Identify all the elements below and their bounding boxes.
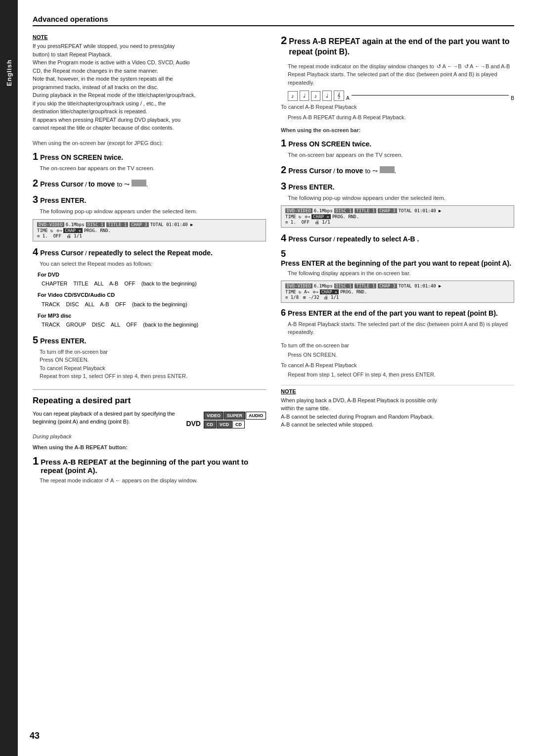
on-screen-intro: When using the on-screen bar (except for…	[33, 139, 266, 147]
r-osd-disc: DISC 1	[334, 208, 354, 213]
modes-vcd-label: For Video CD/SVCD/Audio CD	[38, 290, 266, 300]
r-osd2-title: TITLE 1	[355, 284, 376, 288]
r-osd2-time: TIME ↻ A→	[285, 289, 310, 294]
ab-step-1-title: Press A-B REPEAT at the beginning of the…	[41, 458, 266, 474]
r-step-5: 5 Press ENTER at the beginning of the pa…	[281, 249, 514, 303]
modes-mp3-values: TRACK GROUP DISC ALL OFF (back to the be…	[42, 320, 266, 330]
r-step-1-number: 1	[281, 138, 286, 149]
r-osd-display-1: DVD-VIDEO 6.1Mbps DISC 1 TITLE 1 CHAP 3 …	[281, 205, 514, 228]
step-5-sub1: To turn off the on-screen bar Press ON S…	[40, 348, 266, 380]
step-1-body: The on-screen bar appears on the TV scre…	[40, 164, 266, 173]
right-h2-title: Press A-B REPEAT again at the end of the…	[289, 37, 514, 57]
osd-off: OFF	[53, 234, 61, 238]
badge-audio: AUDIO	[246, 412, 266, 420]
step-5-number: 5	[33, 334, 38, 346]
r-step-2: 2 Press Cursor / to move to ⤳ .	[281, 164, 514, 176]
step-3-number: 3	[33, 194, 38, 205]
r-osd-display-2: DVD-VIDEO 6.1Mbps DISC 1 TITLE 1 CHAP 3 …	[281, 281, 514, 303]
off-screen-1: To turn off the on-screen bar	[281, 341, 514, 350]
r-step-5-body: The following display appears in the on-…	[288, 269, 514, 278]
right-h2-step: 2 Press A-B REPEAT again at the end of t…	[281, 34, 514, 121]
repeat-sym: ↺ A ←→B	[437, 63, 463, 69]
cancel-ab2-body: Repeat from step 1, select OFF in step 4…	[288, 371, 514, 379]
icon-music: ♪	[288, 91, 298, 101]
osd-mbps: 6.1Mbps	[66, 222, 85, 227]
osd-chap: CHAP 3	[130, 222, 149, 227]
r-step-3-title: Press ENTER.	[288, 183, 334, 191]
r-osd-prog-rnd: PROG. RND.	[332, 214, 359, 219]
r-step-6: 6 Press ENTER at the end of the part you…	[281, 308, 514, 336]
r-step-1: 1 Press ON SCREEN twice. The on-screen b…	[281, 138, 514, 159]
badge-cd-2: CD	[232, 421, 245, 428]
r-step-4: 4 Press Cursor / repeatedly to select A-…	[281, 233, 514, 244]
modes-list: For DVD CHAPTER TITLE ALL A-B OFF (back …	[38, 270, 266, 330]
r-step-4-title: Press Cursor	[288, 235, 332, 243]
icon-eighth-note: ♩	[322, 91, 332, 101]
osd-print: 🖨 1/1	[67, 234, 82, 238]
r-osd-total: TOTAL 01:01:40 ▶	[399, 208, 442, 213]
osd-time: TIME ↻	[37, 228, 53, 233]
r-step-6-title: Press ENTER at the end of the part you w…	[288, 309, 498, 317]
osd-total: TOTAL 01:01:40 ▶	[150, 222, 193, 227]
step-4: 4 Press Cursor / repeatedly to select th…	[33, 246, 266, 330]
main-divider	[33, 389, 266, 390]
modes-dvd-label: For DVD	[38, 270, 266, 280]
r-osd2-prog-rnd: PROG. RND.	[340, 289, 367, 294]
r-period: .	[395, 167, 397, 175]
osd-repeat: ⊙→	[57, 228, 62, 233]
badge-vcd: VCD	[217, 421, 232, 428]
r-step-4-number: 4	[281, 233, 286, 244]
step-4-number: 4	[33, 246, 38, 258]
right-h2-number: 2	[281, 34, 287, 47]
icon-note: ♩	[300, 91, 309, 101]
r-step-1-title: Press ON SCREEN twice.	[288, 140, 371, 148]
page-number: 43	[30, 731, 40, 741]
r-slash-sep-4: /	[333, 236, 335, 243]
osd-title: TITLE 1	[106, 222, 128, 227]
icon-beam-note: 𝄞	[334, 91, 344, 101]
ab-body-text: The repeat mode indicator	[40, 477, 104, 483]
main-content: Advanced operations NOTE If you pressREP…	[18, 0, 534, 756]
ab-mode-sym: ↺ A ←	[104, 477, 120, 483]
ab-step-1-number: 1	[33, 455, 39, 468]
slash-sep: /	[85, 181, 87, 188]
r-osd-chap: CHAP 3	[378, 208, 397, 213]
badge-super: SUPER	[224, 412, 245, 420]
r-osd-time: TIME ↻	[285, 214, 302, 219]
step-1: 1 Press ON SCREEN twice. The on-screen b…	[33, 151, 266, 173]
cursor-arrow: to ⤳	[117, 181, 129, 188]
repeat-intro: You can repeat playback of a desired par…	[33, 410, 180, 426]
modes-vcd-values: TRACK DISC ALL A-B OFF (back to the begi…	[42, 300, 266, 309]
r-step-4-sub: repeatedly to select A-B .	[337, 235, 419, 243]
osd-disc: DISC 1	[86, 222, 105, 227]
section-heading: Advanced operations	[33, 15, 514, 26]
modes-dvd-values: CHAPTER TITLE ALL A-B OFF (back to the b…	[42, 279, 266, 288]
r-osd2-tag-dvd: DVD-VIDEO	[285, 284, 312, 288]
format-badges: DVD VIDEO SUPER AUDIO CD VCD CD	[184, 412, 266, 428]
step-5: 5 Press ENTER. To turn off the on-screen…	[33, 334, 266, 380]
r-osd-chap-label: CHAP +	[312, 214, 331, 219]
badge-cd-1: CD	[204, 421, 216, 428]
ab-step-1: 1 Press A-B REPEAT at the beginning of t…	[33, 455, 266, 485]
badge-video: VIDEO	[204, 412, 223, 420]
period: .	[146, 181, 148, 188]
r-osd2-repeat: ⊙→	[313, 289, 318, 294]
ab-repeat-button: When using the A-B REPEAT button:	[33, 443, 266, 452]
b-label: B	[511, 95, 514, 101]
r-osd-off: OFF	[302, 220, 310, 225]
off-screen-2: Press ON SCREEN.	[288, 351, 514, 359]
step-2-to: to move	[89, 180, 115, 188]
r-osd-tag-dvd: DVD-VIDEO	[285, 208, 312, 213]
step-2-number: 2	[33, 178, 38, 189]
cancel-ab-body: Press A-B REPEAT during A-B Repeat Playb…	[288, 113, 514, 122]
modes-mp3-label: For MP3 disc	[38, 311, 266, 321]
r-osd2-minus32: ⊞ -/32	[303, 295, 319, 300]
sidebar: English	[0, 0, 18, 756]
r-step-3-body: The following pop-up window appears unde…	[288, 194, 514, 202]
r-cursor-arrow: to ⤳	[365, 167, 377, 175]
language-label: English	[5, 59, 13, 86]
note-text: If you pressREPEAT while stopped, you ne…	[33, 42, 266, 132]
r-osd2-disc-1: ⊙ 1/8	[285, 295, 299, 300]
left-column: NOTE If you pressREPEAT while stopped, y…	[33, 34, 266, 489]
note-box: NOTE If you pressREPEAT while stopped, y…	[33, 34, 266, 132]
